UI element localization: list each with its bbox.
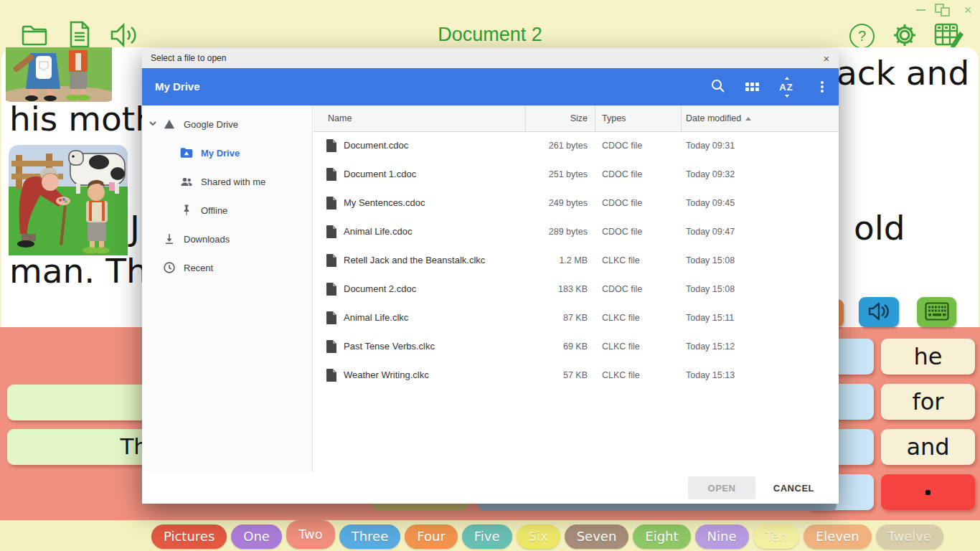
speak-selection-button[interactable] — [859, 297, 899, 327]
tab-six[interactable]: Six — [517, 524, 560, 549]
word-card-and[interactable]: and — [881, 429, 975, 465]
dialog-sidebar: Google Drive My Drive Shared with me Off… — [142, 105, 313, 472]
tab-ten[interactable]: Ten — [753, 524, 799, 549]
file-icon — [326, 197, 336, 209]
file-row[interactable]: Animal Life.clkc 87 KB CLKC file Today 1… — [314, 303, 839, 332]
open-button[interactable]: OPEN — [688, 476, 755, 499]
help-icon: ? — [849, 24, 875, 49]
tab-label: Nine — [707, 529, 737, 544]
file-row[interactable]: Weather Writing.clkc 57 KB CLKC file Tod… — [314, 361, 839, 390]
search-button[interactable] — [707, 75, 730, 98]
tab-two[interactable]: Two — [286, 520, 335, 549]
column-header-name[interactable]: Name — [328, 105, 352, 131]
sidebar-item-my-drive[interactable]: My Drive — [142, 138, 312, 167]
sidebar-item-shared-with-me[interactable]: Shared with me — [142, 167, 312, 196]
file-date-modified: Today 15:08 — [686, 275, 735, 303]
file-date-modified: Today 15:13 — [686, 361, 735, 390]
word-card-for[interactable]: for — [881, 384, 975, 420]
tab-label: Four — [417, 529, 446, 544]
tab-label: Pictures — [164, 529, 215, 544]
file-row[interactable]: Document.cdoc 261 bytes CDOC file Today … — [314, 131, 839, 160]
tab-label: Six — [529, 529, 548, 544]
dialog-close-button[interactable]: × — [819, 49, 834, 68]
file-date-modified: Today 09:47 — [686, 217, 735, 246]
file-rows: Document.cdoc 261 bytes CDOC file Today … — [314, 131, 839, 472]
grid-view-button[interactable] — [740, 75, 763, 98]
word-cell-green-th[interactable]: Th — [7, 429, 151, 465]
file-icon — [326, 340, 336, 353]
file-date-modified: Today 15:12 — [686, 332, 735, 361]
word-card-period[interactable]: . — [881, 474, 975, 510]
sidebar-item-offline[interactable]: Offline — [142, 196, 312, 225]
file-icon — [326, 168, 336, 181]
file-name: Document.cdoc — [344, 131, 408, 160]
column-header-size[interactable]: Size — [486, 105, 588, 131]
word-card-he[interactable]: he — [881, 339, 975, 375]
file-row[interactable]: Retell Jack and the Beanstalk.clkc 1.2 M… — [314, 246, 839, 275]
tab-row: PicturesOneTwoThreeFourFiveSixSevenEight… — [151, 520, 943, 551]
tab-label: Five — [474, 529, 500, 544]
doc-text-fragment: J — [130, 208, 140, 248]
file-open-dialog: Select a file to open × My Drive AZ Goog… — [142, 49, 839, 504]
file-size: 251 bytes — [486, 160, 588, 189]
tab-one[interactable]: One — [231, 524, 282, 549]
sidebar-item-downloads[interactable]: Downloads — [142, 225, 312, 253]
tab-three[interactable]: Three — [339, 524, 401, 549]
column-header-date-modified[interactable]: Date modified — [686, 105, 751, 131]
tab-four[interactable]: Four — [405, 524, 458, 549]
dialog-footer: OPEN CANCEL — [142, 472, 839, 504]
file-date-modified: Today 09:45 — [686, 189, 735, 217]
drive-folder-icon — [179, 146, 194, 160]
close-window-button[interactable]: × — [960, 3, 976, 17]
column-header-types[interactable]: Types — [602, 105, 626, 131]
settings-button[interactable] — [892, 22, 918, 50]
sidebar-item-recent[interactable]: Recent — [142, 253, 312, 282]
minimize-button[interactable] — [913, 3, 928, 17]
file-icon — [326, 311, 336, 324]
file-name: My Sentences.cdoc — [344, 189, 425, 217]
tab-label: Ten — [765, 529, 787, 544]
kebab-icon — [821, 80, 824, 94]
tab-five[interactable]: Five — [462, 524, 512, 549]
chevron-down-icon[interactable] — [149, 119, 157, 130]
file-row[interactable]: My Sentences.cdoc 249 bytes CDOC file To… — [314, 189, 839, 217]
word-label: and — [906, 433, 949, 461]
sort-alpha-button[interactable]: AZ — [775, 75, 798, 98]
file-type: CDOC file — [602, 189, 642, 217]
tab-pictures[interactable]: Pictures — [151, 524, 227, 549]
file-row[interactable]: Document 2.cdoc 183 KB CDOC file Today 1… — [314, 275, 839, 303]
file-list-header: Name Size Types Date modified — [314, 105, 839, 132]
file-row[interactable]: Past Tense Verbs.clkc 69 KB CLKC file To… — [314, 332, 839, 361]
tab-eight[interactable]: Eight — [633, 524, 690, 549]
word-label: he — [914, 343, 943, 370]
restore-icon-front — [941, 7, 950, 17]
tab-nine[interactable]: Nine — [695, 524, 749, 549]
file-icon — [326, 139, 336, 152]
download-icon — [162, 232, 176, 246]
file-date-modified: Today 15:11 — [686, 303, 734, 332]
restore-button[interactable] — [936, 3, 952, 17]
sidebar-item-label: Recent — [184, 263, 213, 273]
more-menu-button[interactable] — [811, 75, 834, 98]
file-row[interactable]: Document 1.cdoc 251 bytes CDOC file Toda… — [314, 160, 839, 189]
tab-eleven[interactable]: Eleven — [804, 524, 872, 549]
file-type: CDOC file — [602, 275, 642, 303]
dialog-body: Google Drive My Drive Shared with me Off… — [142, 105, 839, 472]
tab-label: Three — [352, 529, 389, 544]
sidebar-item-label: Google Drive — [184, 119, 238, 130]
minimize-icon — [916, 9, 925, 11]
tab-seven[interactable]: Seven — [565, 524, 629, 549]
help-button[interactable]: ? — [849, 24, 875, 49]
sidebar-item-google-drive[interactable]: Google Drive — [142, 110, 312, 138]
edit-grid-button[interactable] — [934, 22, 964, 51]
file-row[interactable]: Animal Life.cdoc 289 bytes CDOC file Tod… — [314, 217, 839, 246]
keyboard-icon — [925, 302, 949, 323]
word-cell-green[interactable] — [7, 385, 151, 420]
sidebar-item-label: My Drive — [201, 148, 240, 159]
keyboard-button[interactable] — [917, 297, 956, 327]
tab-twelve[interactable]: Twelve — [876, 524, 944, 549]
search-icon — [710, 78, 726, 96]
file-type: CLKC file — [602, 332, 640, 361]
cancel-button[interactable]: CANCEL — [769, 476, 819, 499]
tab-label: One — [243, 529, 270, 544]
